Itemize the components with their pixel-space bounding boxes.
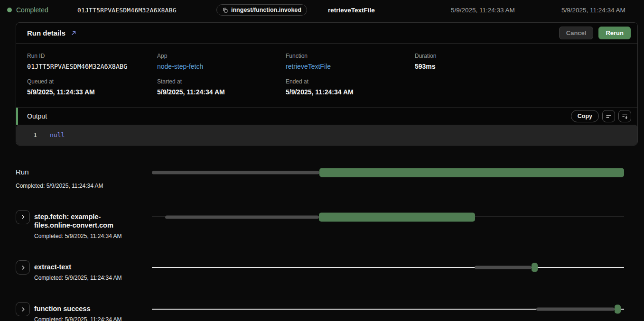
cancel-button[interactable]: Cancel (559, 27, 594, 39)
run-duration-bar (615, 305, 621, 314)
detail-field-label: Duration (415, 53, 626, 59)
run-details-panel: Run details Cancel Rerun Run ID01JTT5RPV… (16, 22, 638, 146)
code-token: null (50, 131, 65, 138)
run-duration-bar (319, 212, 475, 221)
detail-field-link[interactable]: retrieveTextFile (286, 63, 415, 70)
timeline-row: function successCompleted: 5/9/2025, 11:… (16, 302, 624, 321)
output-title: Output (27, 112, 47, 120)
detail-field-label: Ended at (286, 78, 415, 85)
detail-field-label: Function (286, 53, 415, 59)
copy-output-button[interactable]: Copy (571, 110, 599, 122)
detail-field-value: 5/9/2025, 11:24:34 AM (286, 88, 415, 96)
copy-icon (222, 7, 228, 13)
rerun-button[interactable]: Rerun (598, 27, 631, 39)
detail-field-label: App (157, 53, 286, 59)
scroll-to-bottom-button[interactable] (618, 110, 631, 122)
expand-step-button[interactable] (16, 210, 30, 224)
run-duration-bar (532, 263, 538, 272)
timeline-row: step.fetch: example-files.online-convert… (16, 210, 624, 240)
detail-field-value: 01JTT5RPVAESDM46M32A6X8ABG (27, 63, 157, 70)
detail-field: Appnode-step-fetch (157, 53, 286, 70)
detail-field: Started at5/9/2025, 11:24:34 AM (157, 78, 286, 96)
top-run-id: 01JTT5RPVAESDM46M32A6X8ABG (77, 0, 177, 20)
step-name: function success (34, 302, 122, 313)
chevron-right-icon (20, 306, 26, 312)
run-duration-bar (319, 168, 624, 177)
event-name-badge[interactable]: inngest/function.invoked (216, 4, 307, 16)
top-bar: Completed 01JTT5RPVAESDM46M32A6X8ABG inn… (0, 0, 644, 20)
timeline-row-info: function successCompleted: 5/9/2025, 11:… (16, 302, 152, 321)
external-arrow-icon (70, 30, 77, 37)
timeline-row-info: RunCompleted: 5/9/2025, 11:24:34 AM (16, 167, 152, 189)
top-started-time: 5/9/2025, 11:24:34 AM (561, 0, 625, 20)
detail-field-value: 5/9/2025, 11:24:33 AM (27, 88, 157, 96)
timeline-baseline (152, 267, 624, 268)
details-grid: Run ID01JTT5RPVAESDM46M32A6X8ABGAppnode-… (16, 44, 637, 107)
queued-duration-bar (165, 215, 319, 219)
chevron-right-icon (20, 214, 26, 220)
step-completed-time: Completed: 5/9/2025, 11:24:34 AM (34, 316, 122, 321)
status-dot-icon (7, 8, 12, 12)
detail-field: Duration593ms (415, 53, 626, 70)
top-function-name: retrieveTextFile (328, 0, 375, 20)
detail-field-label: Started at (157, 78, 286, 85)
expand-step-button[interactable] (16, 260, 30, 275)
queued-duration-bar (536, 308, 615, 311)
timeline-row-info: extract-textCompleted: 5/9/2025, 11:24:3… (16, 260, 152, 281)
step-timeline-track (152, 260, 624, 275)
step-timeline-track (152, 167, 624, 177)
output-code-area[interactable]: 1null (16, 125, 637, 145)
step-name: Run (16, 167, 103, 177)
wrap-text-icon (605, 113, 612, 120)
output-accent-bar (16, 108, 18, 125)
detail-field-label: Run ID (27, 53, 157, 59)
detail-field: Queued at5/9/2025, 11:24:33 AM (27, 78, 157, 96)
run-status: Completed (7, 0, 48, 20)
step-name: extract-text (34, 260, 122, 272)
wrap-text-button[interactable] (602, 110, 615, 122)
step-completed-time: Completed: 5/9/2025, 11:24:34 AM (16, 183, 103, 189)
expand-step-button[interactable] (16, 302, 30, 316)
queued-duration-bar (152, 171, 319, 174)
detail-field-value: 5/9/2025, 11:24:34 AM (157, 88, 286, 96)
timeline-row: RunCompleted: 5/9/2025, 11:24:34 AM (16, 167, 624, 189)
detail-field: FunctionretrieveTextFile (286, 53, 415, 70)
line-number: 1 (16, 131, 37, 138)
step-timeline-track (152, 302, 624, 316)
step-completed-time: Completed: 5/9/2025, 11:24:34 AM (34, 233, 133, 239)
panel-header: Run details Cancel Rerun (16, 23, 637, 44)
chevron-right-icon (20, 265, 26, 271)
step-completed-time: Completed: 5/9/2025, 11:24:34 AM (34, 275, 122, 281)
panel-title: Run details (27, 29, 65, 37)
step-name: step.fetch: example-files.online-convert… (34, 210, 133, 230)
detail-field-link[interactable]: node-step-fetch (157, 63, 286, 70)
scroll-to-bottom-icon (621, 113, 628, 120)
step-timeline-track (152, 210, 624, 224)
detail-field-value: 593ms (415, 63, 626, 70)
open-external-link[interactable] (70, 30, 77, 37)
output-header: Output Copy (16, 107, 637, 125)
detail-field-label: Queued at (27, 78, 157, 85)
detail-field: Run ID01JTT5RPVAESDM46M32A6X8ABG (27, 53, 157, 70)
event-badge-label: inngest/function.invoked (231, 7, 301, 13)
status-label: Completed (16, 6, 48, 14)
timeline-row: extract-textCompleted: 5/9/2025, 11:24:3… (16, 260, 624, 281)
detail-field: Ended at5/9/2025, 11:24:34 AM (286, 78, 415, 96)
run-timeline: RunCompleted: 5/9/2025, 11:24:34 AMstep.… (16, 167, 624, 321)
queued-duration-bar (475, 266, 532, 269)
top-queued-time: 5/9/2025, 11:24:33 AM (451, 0, 515, 20)
timeline-row-info: step.fetch: example-files.online-convert… (16, 210, 152, 240)
